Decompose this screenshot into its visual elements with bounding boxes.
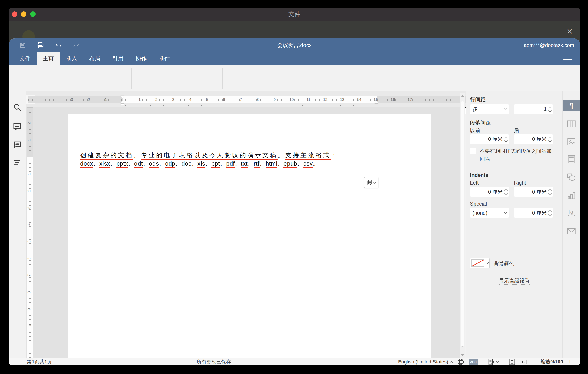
right-indent-marker[interactable] <box>375 101 378 103</box>
ruler-number: 1 <box>27 139 32 141</box>
fit-width-icon[interactable] <box>520 359 527 365</box>
misspelled-text-segment: pptx <box>116 160 128 168</box>
text-segment: 、 <box>191 160 198 167</box>
first-line-indent-marker[interactable] <box>121 96 124 98</box>
paragraph-settings-icon[interactable]: ¶ <box>563 100 580 111</box>
vertical-scrollbar[interactable] <box>461 93 465 358</box>
ribbon-tab-6[interactable]: 插件 <box>153 52 176 65</box>
misspelled-text-segment: 支持主流格式 <box>285 152 331 160</box>
ribbon-tab-2[interactable]: 插入 <box>60 52 83 65</box>
spell-check-toggle-icon[interactable]: ABC <box>469 359 478 365</box>
ruler-number: 14 <box>356 98 362 102</box>
ribbon-tab-bar: 文件主页插入布局引用协作插件 <box>9 52 580 65</box>
special-indent-spinner[interactable]: 0 厘米 <box>514 208 553 218</box>
image-settings-icon[interactable] <box>563 136 580 148</box>
misspelled-text-segment: 创建复杂的文档 <box>80 152 133 160</box>
search-icon[interactable] <box>13 103 22 112</box>
spacing-before-spinner[interactable]: 0 厘米 <box>470 134 509 144</box>
ruler-number: 6 <box>27 257 32 259</box>
no-space-between-same-style-checkbox[interactable] <box>470 148 476 154</box>
paste-options-button[interactable] <box>364 177 378 188</box>
table-settings-icon[interactable] <box>563 118 580 130</box>
text-segment: 、 <box>205 160 211 167</box>
window-title: 文件 <box>9 8 580 21</box>
special-indent-label: Special <box>470 201 487 207</box>
ruler-number: 8 <box>256 98 259 102</box>
text-segment: 、 <box>175 160 181 167</box>
save-status: 所有更改已保存 <box>197 358 231 365</box>
default-tab-stops <box>125 105 375 107</box>
text-segment: 、 <box>235 160 241 167</box>
text-segment: 、 <box>159 160 165 167</box>
document-page[interactable] <box>68 114 431 358</box>
misspelled-text-segment: odt <box>134 160 143 168</box>
ruler-number: 1 <box>27 173 32 175</box>
close-icon[interactable]: × <box>564 26 575 37</box>
navigation-headings-icon[interactable] <box>13 158 22 167</box>
horizontal-ruler[interactable]: 3211234567891011121314151617 <box>28 96 466 103</box>
ruler-number: 16 <box>390 98 396 102</box>
indent-right-label: Right <box>514 180 526 186</box>
scrollbar-thumb[interactable] <box>461 101 464 347</box>
text-segment: 。 <box>313 160 319 167</box>
ruler-number: 7 <box>27 274 32 276</box>
zoom-out-button[interactable]: − <box>532 359 536 365</box>
line-spacing-amount-spinner[interactable]: 1 <box>514 104 553 114</box>
ruler-number: 2 <box>27 190 32 192</box>
text-segment: ： <box>331 152 338 159</box>
macos-titlebar: 文件 <box>9 8 580 21</box>
vertical-ruler[interactable]: 211234567891011 <box>27 107 33 358</box>
left-indent-marker[interactable] <box>121 104 124 105</box>
ribbon-tab-3[interactable]: 布局 <box>83 52 106 65</box>
shape-settings-icon[interactable] <box>563 171 580 183</box>
zoom-level-label[interactable]: 缩放%100 <box>541 359 563 365</box>
background-color-picker[interactable] <box>470 258 490 268</box>
document-title: 会议发言.docx <box>9 38 580 52</box>
misspelled-text-segment: ods <box>149 160 159 168</box>
text-art-settings-icon[interactable]: Ta <box>563 207 580 219</box>
text-segment: 、 <box>297 160 303 167</box>
line-spacing-select[interactable]: 多 <box>470 104 509 114</box>
paragraph-spacing-label: 段落间距 <box>470 120 491 126</box>
ruler-number: 9 <box>27 308 32 310</box>
scroll-up-icon[interactable] <box>461 95 464 97</box>
chat-icon[interactable] <box>13 140 22 149</box>
hanging-indent-marker[interactable] <box>121 101 124 103</box>
ribbon-tab-5[interactable]: 协作 <box>130 52 153 65</box>
ruler-number: 2 <box>155 98 158 102</box>
mail-merge-settings-icon[interactable] <box>563 225 580 237</box>
show-advanced-settings-link[interactable]: 显示高级设置 <box>466 277 563 284</box>
indent-right-spinner[interactable]: 0 厘米 <box>514 187 553 197</box>
misspelled-text-segment: docx <box>80 160 93 168</box>
comments-icon[interactable] <box>13 122 22 131</box>
track-changes-icon[interactable] <box>488 359 499 365</box>
scroll-down-icon[interactable] <box>461 354 464 356</box>
ruler-number: 6 <box>222 98 226 102</box>
language-selector[interactable]: English (United States) <box>398 359 452 365</box>
chart-settings-icon[interactable] <box>563 190 580 201</box>
zoom-in-button[interactable]: + <box>568 359 572 365</box>
ruler-number: 5 <box>205 98 209 102</box>
ruler-number: 2 <box>27 122 32 124</box>
indent-left-spinner[interactable]: 0 厘米 <box>470 187 509 197</box>
hamburger-menu-icon[interactable] <box>563 55 572 62</box>
page-count-status[interactable]: 第1页共1页 <box>27 358 52 365</box>
spacing-after-spinner[interactable]: 0 厘米 <box>514 134 553 144</box>
editor-modal: 会议发言.docx adm***@dootask.com 文件主页插入布局引用协… <box>9 38 580 365</box>
document-canvas[interactable]: 211234567891011 创建复杂的文档、专业的电子表格以及令人赞叹的演示… <box>26 107 460 358</box>
fit-page-icon[interactable] <box>509 359 515 365</box>
header-footer-settings-icon[interactable] <box>563 154 580 165</box>
background-color-label: 背景颜色 <box>494 260 514 267</box>
ruler-number: 10 <box>28 324 32 328</box>
ribbon-tab-4[interactable]: 引用 <box>106 52 130 65</box>
misspelled-text-segment: txt <box>241 160 248 168</box>
misspelled-text-segment: csv <box>303 160 313 168</box>
set-document-language-icon[interactable] <box>457 359 464 365</box>
ribbon-tab-0[interactable]: 文件 <box>13 52 37 65</box>
ruler-number: 3 <box>70 98 74 102</box>
ruler-number: 3 <box>27 207 32 209</box>
misspelled-text-segment: odp <box>165 160 175 168</box>
special-indent-select[interactable]: (none) <box>470 208 509 218</box>
ribbon-tab-1[interactable]: 主页 <box>37 52 60 65</box>
misspelled-text-segment: epub <box>284 160 297 168</box>
